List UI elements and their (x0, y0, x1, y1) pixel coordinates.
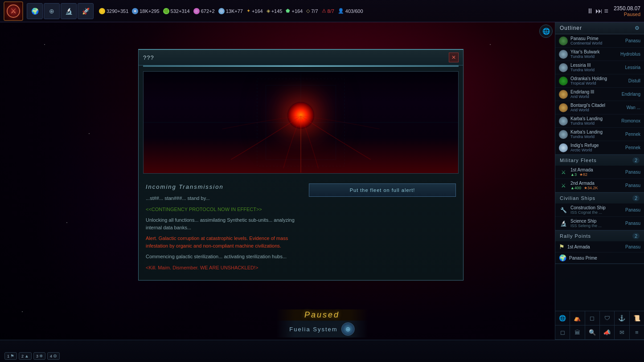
research-btn[interactable]: 🔍 (585, 325, 600, 339)
science-ship-icon: 🔬 (559, 219, 568, 228)
planet-item-indig[interactable]: Indig's Refuge Arctic World Pennek (555, 141, 644, 155)
contacts-btn[interactable]: ◻ (555, 325, 570, 339)
planet-item-karba-2[interactable]: Karba's Landing Tundra World Pennek (555, 128, 644, 141)
notification-btn[interactable]: 📣 (600, 325, 615, 339)
tab-group-4[interactable]: 4 ⚙ (47, 352, 60, 360)
edict-btn[interactable]: 📜 (630, 311, 644, 325)
map-icon-btn[interactable]: ⊕ (44, 3, 60, 19)
trade-btn[interactable]: ⚓ (615, 311, 629, 325)
rally-points-header[interactable]: Rally Points 2 (555, 231, 644, 241)
planet-icon-tropical (559, 77, 568, 85)
tab-group-1[interactable]: 1 ⚑ (4, 352, 17, 360)
empire-logo[interactable]: ⚔ (4, 1, 23, 21)
planet-item-panasu-prime[interactable]: Panasu Prime Continental World Panasu (555, 34, 644, 48)
planet-item-odranka[interactable]: Odranka's Holding Tropical World Distull (555, 74, 644, 88)
galaxy-view-btn[interactable]: 🌐 (555, 311, 570, 325)
planets-icon-btn[interactable]: 🌍 (27, 3, 43, 19)
planet-icon-continental (559, 37, 568, 45)
construction-ship-icon: 🔧 (559, 206, 568, 215)
tech-icon-btn[interactable]: 🔬 (61, 3, 77, 19)
dialog-actions: Put the fleet on full alert! (309, 183, 456, 275)
planet-item-endirlang[interactable]: Endirlang III Arid World Endirlang (555, 88, 644, 101)
tab-1-icon: ⚑ (10, 354, 14, 358)
fleet-info-2: 2nd Armada ▲400 ★34.2K (570, 181, 623, 190)
fleet-power: ▲3 (570, 172, 577, 177)
government-btn[interactable]: 🏛 (570, 325, 585, 339)
expansion-btn[interactable]: ◻ (585, 311, 600, 325)
fleet-item-2nd-armada[interactable]: ⚔ 2nd Armada ▲400 ★34.2K Panasu (555, 179, 644, 192)
transmission-line-4: Alert. Galactic corruption at catastroph… (146, 235, 304, 249)
planet-icon-tundra-3 (559, 117, 568, 126)
rally-item-1st-armada[interactable]: ⚑ 1st Armada Panasu (555, 241, 644, 252)
fleet-combat-2: ★34.2K (584, 186, 598, 190)
top-bar-icons: 🌍 ⊕ 🔬 🚀 (27, 3, 94, 19)
colony-btn[interactable]: ⛺ (570, 311, 585, 325)
influence-resource: ◈ +145 (267, 8, 283, 14)
rally-item-panasu[interactable]: 🌍 Panasu Prime (555, 252, 644, 264)
galaxy-map-toggle[interactable]: 🌐 (539, 24, 553, 38)
civilian-item-science[interactable]: 🔬 Science Ship ISS Seleng the ... Panasu (555, 217, 644, 230)
full-alert-button[interactable]: Put the fleet on full alert! (309, 183, 456, 197)
transmission-line-1: ...st##... stan###... stand by... (146, 195, 304, 202)
main-menu-btn[interactable]: ≡ (630, 325, 644, 339)
planet-item-yitar[interactable]: Yitar's Bulwark Tundra World Hydroblus (555, 48, 644, 61)
planet-icon-tundra-4 (559, 130, 568, 139)
planet-icon-tundra-2 (559, 63, 568, 72)
ships-icon-btn[interactable]: 🚀 (78, 3, 94, 19)
tab-4-num: 4 (50, 354, 52, 358)
fleet-power-2: ▲400 (570, 186, 581, 190)
planet-info: Indig's Refuge Arctic World (570, 143, 623, 152)
fleet-combat: ★82 (579, 172, 587, 177)
planet-info: Endirlang III Arid World (570, 89, 619, 99)
paused-text: Paused (285, 310, 359, 320)
pop-resource: 👤 403/600 (338, 8, 363, 14)
military-fleets-header[interactable]: Military Fleets 2 (555, 155, 644, 166)
dialog-close-button[interactable]: ✕ (449, 53, 459, 62)
tab-group-3[interactable]: 3 ❄ (33, 352, 45, 360)
rally-flag-icon: ⚑ (559, 243, 565, 250)
fleet-stats-2: ▲400 ★34.2K (570, 186, 623, 190)
civilian-info-2: Science Ship ISS Seleng the ... (570, 219, 623, 228)
planet-item-karba-1[interactable]: Karba's Landing Tundra World Romonox (555, 114, 644, 128)
civilian-ships-section: Civilian Ships 2 🔧 Construction Ship ISS… (555, 193, 644, 231)
transmission-line-3: Unlocking all functions... assimilating … (146, 216, 304, 231)
civilian-ships-header[interactable]: Civilian Ships 2 (555, 193, 644, 203)
fleet-military-icon: ⚔ (559, 168, 568, 177)
messages-btn[interactable]: ✉ (615, 325, 629, 339)
tab-2-num: 2 (21, 354, 24, 358)
step-forward-button[interactable]: ⏭ (595, 7, 603, 15)
paused-display: Paused Fuelia System ⊕ (276, 309, 368, 338)
speed-menu-button[interactable]: ≡ (604, 7, 608, 15)
outliner-header: Outliner ⚙ (555, 22, 644, 34)
food-resource: 🌿 532+314 (163, 8, 190, 14)
stability-resource: ⚠ 8/7 (322, 8, 334, 14)
defense-btn[interactable]: 🛡 (600, 311, 615, 325)
planet-item-lessiria[interactable]: Lessiria III Tundra World Lessiria (555, 61, 644, 74)
tab-group-2[interactable]: 2 ▲ (19, 352, 32, 360)
fleet-item-1st-armada[interactable]: ⚔ 1st Armada ▲3 ★82 Panasu (555, 166, 644, 179)
system-display[interactable]: Fuelia System ⊕ (276, 321, 368, 338)
planet-info: Odranka's Holding Tropical World (570, 76, 626, 85)
tab-3-icon: ❄ (39, 354, 43, 358)
pause-button[interactable]: ⏸ (587, 7, 594, 15)
brp-row-1: 🌐 ⛺ ◻ 🛡 ⚓ 📜 (555, 311, 644, 325)
pause-controls[interactable]: ⏸ ⏭ ≡ (587, 7, 608, 15)
transmission-image (143, 71, 459, 174)
planet-item-bontargi[interactable]: Bontargi's Citadel Arid World Wan ... (555, 101, 644, 114)
outliner-settings-icon[interactable]: ⚙ (635, 25, 640, 31)
unity-resource: ✦ +164 (246, 8, 263, 14)
outliner-panel: Outliner ⚙ Panasu Prime Continental Worl… (555, 22, 644, 340)
civilian-item-construction[interactable]: 🔧 Construction Ship ISS Cognat the ... P… (555, 203, 644, 217)
system-icon[interactable]: ⊕ (341, 322, 355, 336)
transmission-line-5: Commencing galactic sterilization... act… (146, 253, 304, 260)
energy-resource: ⚡ 3290+351 (99, 8, 128, 14)
admin-resource: ◇ 7/7 (306, 8, 318, 14)
military-fleets-title: Military Fleets (560, 158, 597, 163)
minerals-icon: ◆ (132, 8, 138, 14)
dialog-text-area: Incoming Transmission ...st##... stan###… (146, 183, 304, 275)
planet-info: Lessiria III Tundra World (570, 63, 623, 72)
amenity-resource: ⬟ +164 (286, 8, 303, 14)
dialog-progress-bar (143, 65, 459, 67)
alloys-icon: ⚙ (218, 8, 225, 14)
transmission-dialog: ??? ✕ (138, 49, 464, 281)
